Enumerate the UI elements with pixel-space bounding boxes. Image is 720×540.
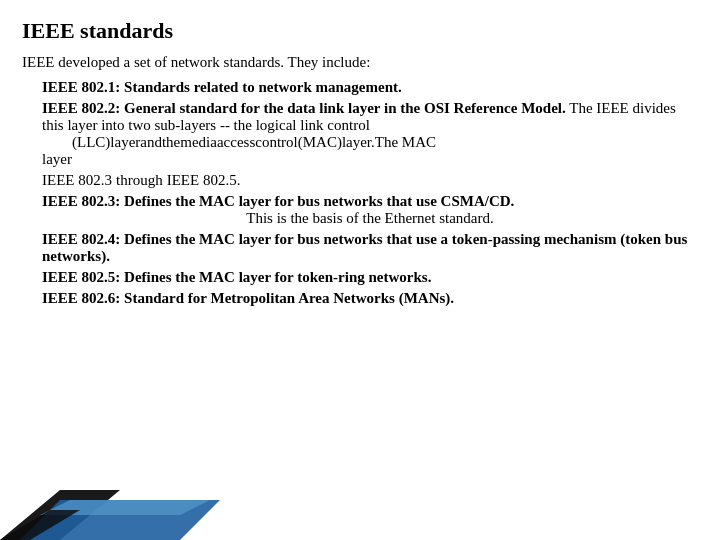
page-container: IEEE standards IEEE developed a set of n… xyxy=(0,0,720,540)
section-802-1: IEEE 802.1: Standards related to network… xyxy=(42,79,698,96)
section-802-2-layer: layer xyxy=(42,151,698,168)
page-title: IEEE standards xyxy=(22,18,698,44)
section-802-3-center: This is the basis of the Ethernet standa… xyxy=(42,210,698,227)
section-802-2-bold: IEEE 802.2: General standard for the dat… xyxy=(42,100,566,116)
section-802-2: IEEE 802.2: General standard for the dat… xyxy=(42,100,698,168)
802-3-through-text3: IEEE 802.5. xyxy=(167,172,241,189)
section-802-1-text: IEEE 802.1: Standards related to network… xyxy=(42,79,402,95)
intro-text: IEEE developed a set of network standard… xyxy=(22,54,698,71)
section-802-6-bold: IEEE 802.6: Standard for Metropolitan Ar… xyxy=(42,290,454,306)
bottom-decoration xyxy=(0,460,200,540)
section-802-4: IEEE 802.4: Defines the MAC layer for bu… xyxy=(42,231,698,265)
section-802-3: IEEE 802.3: Defines the MAC layer for bu… xyxy=(42,193,698,227)
section-802-5-bold: IEEE 802.5: Defines the MAC layer for to… xyxy=(42,269,431,285)
section-802-3-bold: IEEE 802.3: Defines the MAC layer for bu… xyxy=(42,193,514,209)
section-802-6: IEEE 802.6: Standard for Metropolitan Ar… xyxy=(42,290,698,307)
section-802-4-bold: IEEE 802.4: Defines the MAC layer for bu… xyxy=(42,231,687,264)
802-3-through-text2: through xyxy=(116,172,163,189)
section-802-3-through: IEEE 802.3 through IEEE 802.5. xyxy=(42,172,698,189)
section-802-5: IEEE 802.5: Defines the MAC layer for to… xyxy=(42,269,698,286)
802-3-through-text1: IEEE 802.3 xyxy=(42,172,112,189)
content-area: IEEE standards IEEE developed a set of n… xyxy=(0,0,720,307)
